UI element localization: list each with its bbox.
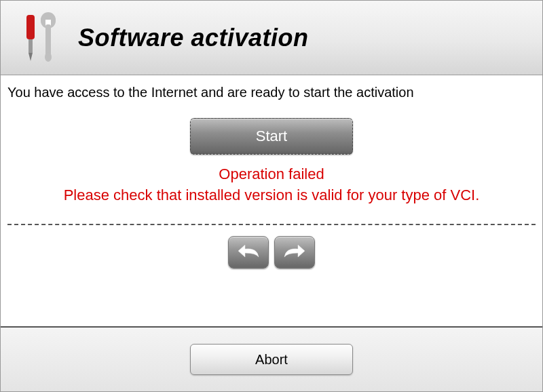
nav-row: [7, 232, 536, 278]
forward-button[interactable]: [274, 236, 315, 269]
error-line-1: Operation failed: [7, 164, 536, 185]
arrow-left-icon: [237, 243, 260, 260]
arrow-right-icon: [283, 243, 306, 260]
back-button[interactable]: [228, 236, 269, 269]
svg-point-6: [45, 52, 52, 62]
svg-rect-1: [29, 39, 33, 53]
svg-rect-5: [45, 24, 51, 57]
error-message: Operation failed Please check that insta…: [7, 164, 536, 206]
intro-text: You have access to the Internet and are …: [7, 85, 536, 100]
svg-rect-0: [26, 15, 35, 39]
page-title: Software activation: [78, 24, 309, 52]
abort-button[interactable]: Abort: [190, 344, 353, 375]
tools-icon: [14, 11, 62, 65]
footer: Abort: [1, 326, 542, 391]
error-line-2: Please check that installed version is v…: [7, 185, 536, 206]
divider: [7, 224, 536, 225]
activation-window: Software activation You have access to t…: [0, 0, 543, 392]
titlebar: Software activation: [1, 1, 542, 75]
svg-marker-2: [29, 53, 33, 61]
start-button[interactable]: Start: [190, 118, 353, 155]
content-area: You have access to the Internet and are …: [1, 75, 542, 326]
start-row: Start: [7, 118, 536, 155]
